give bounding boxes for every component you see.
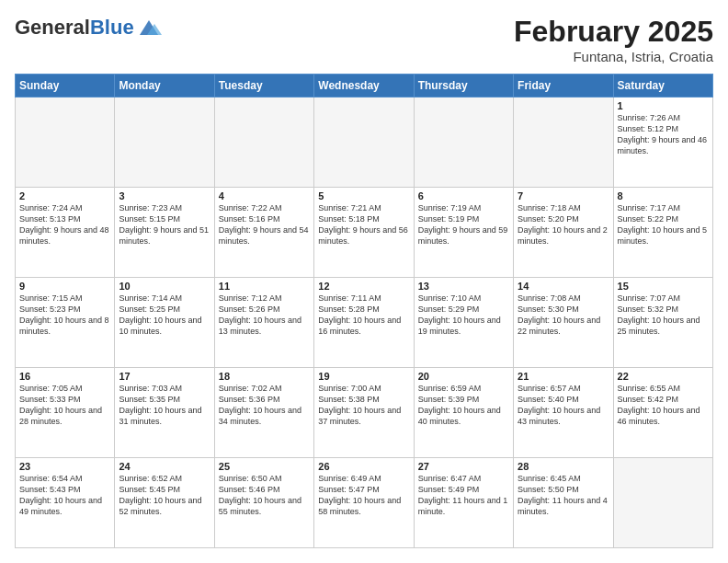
- day-info: Sunrise: 7:10 AM Sunset: 5:29 PM Dayligh…: [418, 293, 509, 338]
- day-cell: 25Sunrise: 6:50 AM Sunset: 5:46 PM Dayli…: [214, 458, 313, 548]
- day-cell: 4Sunrise: 7:22 AM Sunset: 5:16 PM Daylig…: [214, 188, 313, 278]
- day-info: Sunrise: 7:00 AM Sunset: 5:38 PM Dayligh…: [318, 383, 409, 428]
- day-info: Sunrise: 7:12 AM Sunset: 5:26 PM Dayligh…: [219, 293, 310, 338]
- day-info: Sunrise: 7:22 AM Sunset: 5:16 PM Dayligh…: [219, 202, 310, 247]
- day-number: 20: [418, 371, 509, 382]
- day-number: 17: [119, 371, 210, 382]
- day-cell: [16, 98, 115, 188]
- day-number: 14: [518, 281, 609, 292]
- day-number: 4: [219, 190, 310, 201]
- col-header-friday: Friday: [514, 75, 613, 98]
- day-number: 5: [318, 190, 409, 201]
- day-info: Sunrise: 6:54 AM Sunset: 5:43 PM Dayligh…: [19, 473, 110, 518]
- day-cell: 8Sunrise: 7:17 AM Sunset: 5:22 PM Daylig…: [613, 188, 712, 278]
- day-cell: 28Sunrise: 6:45 AM Sunset: 5:50 PM Dayli…: [514, 458, 613, 548]
- calendar-table: SundayMondayTuesdayWednesdayThursdayFrid…: [15, 74, 713, 548]
- day-info: Sunrise: 7:14 AM Sunset: 5:25 PM Dayligh…: [119, 293, 210, 338]
- logo-general-text: GeneralBlue: [15, 17, 134, 39]
- day-info: Sunrise: 7:23 AM Sunset: 5:15 PM Dayligh…: [119, 202, 210, 247]
- week-row-3: 9Sunrise: 7:15 AM Sunset: 5:23 PM Daylig…: [16, 278, 713, 368]
- day-cell: 15Sunrise: 7:07 AM Sunset: 5:32 PM Dayli…: [613, 278, 712, 368]
- header: GeneralBlue February 2025 Funtana, Istri…: [15, 15, 713, 64]
- day-cell: [214, 98, 313, 188]
- week-row-5: 23Sunrise: 6:54 AM Sunset: 5:43 PM Dayli…: [16, 458, 713, 548]
- day-cell: 14Sunrise: 7:08 AM Sunset: 5:30 PM Dayli…: [514, 278, 613, 368]
- day-info: Sunrise: 6:47 AM Sunset: 5:49 PM Dayligh…: [418, 473, 509, 518]
- day-cell: 24Sunrise: 6:52 AM Sunset: 5:45 PM Dayli…: [115, 458, 214, 548]
- day-number: 8: [618, 190, 709, 201]
- col-header-thursday: Thursday: [414, 75, 513, 98]
- day-cell: [514, 98, 613, 188]
- day-number: 19: [318, 371, 409, 382]
- day-cell: 21Sunrise: 6:57 AM Sunset: 5:40 PM Dayli…: [514, 368, 613, 458]
- day-cell: 3Sunrise: 7:23 AM Sunset: 5:15 PM Daylig…: [115, 188, 214, 278]
- day-cell: 22Sunrise: 6:55 AM Sunset: 5:42 PM Dayli…: [613, 368, 712, 458]
- day-number: 7: [518, 190, 609, 201]
- day-cell: 23Sunrise: 6:54 AM Sunset: 5:43 PM Dayli…: [16, 458, 115, 548]
- day-number: 2: [19, 190, 110, 201]
- day-info: Sunrise: 6:45 AM Sunset: 5:50 PM Dayligh…: [518, 473, 609, 518]
- day-cell: 27Sunrise: 6:47 AM Sunset: 5:49 PM Dayli…: [414, 458, 513, 548]
- day-cell: 7Sunrise: 7:18 AM Sunset: 5:20 PM Daylig…: [514, 188, 613, 278]
- day-info: Sunrise: 6:50 AM Sunset: 5:46 PM Dayligh…: [219, 473, 310, 518]
- day-cell: 11Sunrise: 7:12 AM Sunset: 5:26 PM Dayli…: [214, 278, 313, 368]
- day-info: Sunrise: 7:19 AM Sunset: 5:19 PM Dayligh…: [418, 202, 509, 247]
- col-header-monday: Monday: [115, 75, 214, 98]
- day-number: 21: [518, 371, 609, 382]
- day-cell: [115, 98, 214, 188]
- location: Funtana, Istria, Croatia: [514, 49, 713, 64]
- day-number: 22: [618, 371, 709, 382]
- day-cell: 6Sunrise: 7:19 AM Sunset: 5:19 PM Daylig…: [414, 188, 513, 278]
- day-number: 15: [618, 281, 709, 292]
- day-cell: [613, 458, 712, 548]
- logo: GeneralBlue: [15, 15, 162, 40]
- day-number: 3: [119, 190, 210, 201]
- day-info: Sunrise: 7:07 AM Sunset: 5:32 PM Dayligh…: [618, 293, 709, 338]
- day-number: 26: [318, 461, 409, 472]
- day-number: 6: [418, 190, 509, 201]
- day-info: Sunrise: 7:17 AM Sunset: 5:22 PM Dayligh…: [618, 202, 709, 247]
- day-cell: [314, 98, 414, 188]
- day-cell: 10Sunrise: 7:14 AM Sunset: 5:25 PM Dayli…: [115, 278, 214, 368]
- day-number: 10: [119, 281, 210, 292]
- day-number: 23: [19, 461, 110, 472]
- day-info: Sunrise: 6:55 AM Sunset: 5:42 PM Dayligh…: [618, 383, 709, 428]
- day-info: Sunrise: 7:05 AM Sunset: 5:33 PM Dayligh…: [19, 383, 110, 428]
- title-block: February 2025 Funtana, Istria, Croatia: [514, 15, 713, 64]
- week-row-1: 1Sunrise: 7:26 AM Sunset: 5:12 PM Daylig…: [16, 98, 713, 188]
- day-info: Sunrise: 7:18 AM Sunset: 5:20 PM Dayligh…: [518, 202, 609, 247]
- day-info: Sunrise: 6:52 AM Sunset: 5:45 PM Dayligh…: [119, 473, 210, 518]
- col-header-tuesday: Tuesday: [214, 75, 313, 98]
- day-info: Sunrise: 7:26 AM Sunset: 5:12 PM Dayligh…: [618, 112, 709, 157]
- day-number: 1: [618, 100, 709, 111]
- day-number: 16: [19, 371, 110, 382]
- day-cell: 17Sunrise: 7:03 AM Sunset: 5:35 PM Dayli…: [115, 368, 214, 458]
- month-title: February 2025: [514, 15, 713, 49]
- day-cell: 1Sunrise: 7:26 AM Sunset: 5:12 PM Daylig…: [613, 98, 712, 188]
- day-number: 25: [219, 461, 310, 472]
- day-cell: 9Sunrise: 7:15 AM Sunset: 5:23 PM Daylig…: [16, 278, 115, 368]
- day-cell: 18Sunrise: 7:02 AM Sunset: 5:36 PM Dayli…: [214, 368, 313, 458]
- logo-icon: [136, 15, 162, 40]
- day-info: Sunrise: 7:03 AM Sunset: 5:35 PM Dayligh…: [119, 383, 210, 428]
- day-cell: 26Sunrise: 6:49 AM Sunset: 5:47 PM Dayli…: [314, 458, 414, 548]
- day-cell: 5Sunrise: 7:21 AM Sunset: 5:18 PM Daylig…: [314, 188, 414, 278]
- col-header-saturday: Saturday: [613, 75, 712, 98]
- day-cell: 20Sunrise: 6:59 AM Sunset: 5:39 PM Dayli…: [414, 368, 513, 458]
- day-cell: 13Sunrise: 7:10 AM Sunset: 5:29 PM Dayli…: [414, 278, 513, 368]
- day-number: 18: [219, 371, 310, 382]
- calendar-header-row: SundayMondayTuesdayWednesdayThursdayFrid…: [16, 75, 713, 98]
- day-number: 12: [318, 281, 409, 292]
- day-info: Sunrise: 7:08 AM Sunset: 5:30 PM Dayligh…: [518, 293, 609, 338]
- day-info: Sunrise: 7:21 AM Sunset: 5:18 PM Dayligh…: [318, 202, 409, 247]
- day-info: Sunrise: 6:49 AM Sunset: 5:47 PM Dayligh…: [318, 473, 409, 518]
- day-info: Sunrise: 7:11 AM Sunset: 5:28 PM Dayligh…: [318, 293, 409, 338]
- day-number: 9: [19, 281, 110, 292]
- day-number: 27: [418, 461, 509, 472]
- day-info: Sunrise: 6:59 AM Sunset: 5:39 PM Dayligh…: [418, 383, 509, 428]
- day-info: Sunrise: 7:24 AM Sunset: 5:13 PM Dayligh…: [19, 202, 110, 247]
- day-number: 28: [518, 461, 609, 472]
- day-number: 11: [219, 281, 310, 292]
- week-row-2: 2Sunrise: 7:24 AM Sunset: 5:13 PM Daylig…: [16, 188, 713, 278]
- day-cell: 2Sunrise: 7:24 AM Sunset: 5:13 PM Daylig…: [16, 188, 115, 278]
